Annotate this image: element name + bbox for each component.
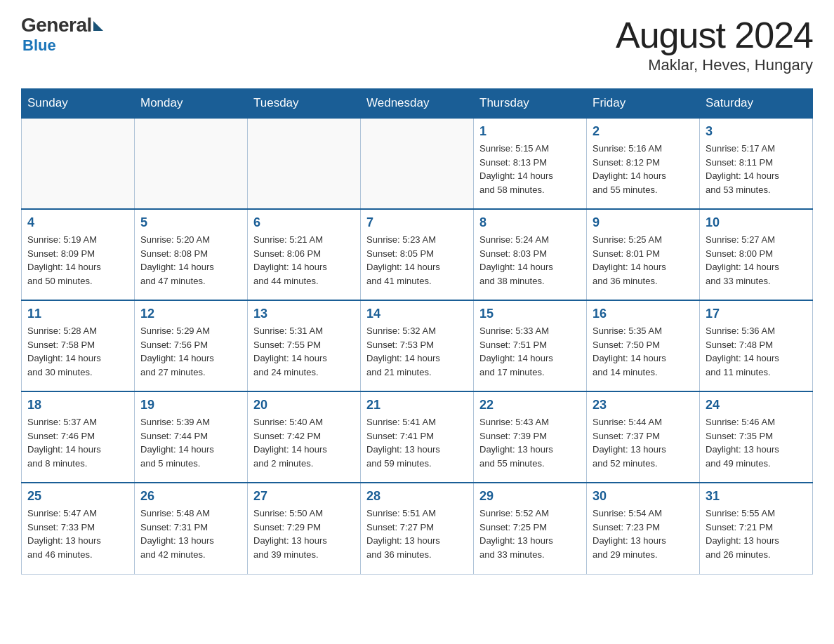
- calendar-cell: 24Sunrise: 5:46 AM Sunset: 7:35 PM Dayli…: [700, 391, 813, 483]
- logo-arrow-icon: [93, 21, 103, 31]
- calendar-cell: 25Sunrise: 5:47 AM Sunset: 7:33 PM Dayli…: [22, 483, 135, 574]
- day-info: Sunrise: 5:50 AM Sunset: 7:29 PM Dayligh…: [253, 507, 355, 561]
- calendar-cell: 5Sunrise: 5:20 AM Sunset: 8:08 PM Daylig…: [135, 209, 248, 300]
- day-number: 15: [479, 307, 581, 321]
- page-header: General Blue August 2024 Maklar, Heves, …: [21, 14, 813, 74]
- day-number: 7: [366, 215, 468, 230]
- calendar-cell: 2Sunrise: 5:16 AM Sunset: 8:12 PM Daylig…: [587, 118, 700, 209]
- calendar-week-row: 25Sunrise: 5:47 AM Sunset: 7:33 PM Dayli…: [22, 483, 813, 574]
- calendar-cell: 26Sunrise: 5:48 AM Sunset: 7:31 PM Dayli…: [135, 483, 248, 574]
- calendar-cell: 29Sunrise: 5:52 AM Sunset: 7:25 PM Dayli…: [474, 483, 587, 574]
- day-number: 14: [366, 307, 468, 321]
- calendar-table: SundayMondayTuesdayWednesdayThursdayFrid…: [21, 88, 813, 575]
- day-info: Sunrise: 5:24 AM Sunset: 8:03 PM Dayligh…: [479, 233, 581, 288]
- calendar-cell: 19Sunrise: 5:39 AM Sunset: 7:44 PM Dayli…: [135, 391, 248, 483]
- calendar-cell: 16Sunrise: 5:35 AM Sunset: 7:50 PM Dayli…: [587, 300, 700, 391]
- calendar-cell: 13Sunrise: 5:31 AM Sunset: 7:55 PM Dayli…: [248, 300, 361, 391]
- calendar-cell: 3Sunrise: 5:17 AM Sunset: 8:11 PM Daylig…: [700, 118, 813, 209]
- calendar-cell: [248, 118, 361, 209]
- calendar-cell: 30Sunrise: 5:54 AM Sunset: 7:23 PM Dayli…: [587, 483, 700, 574]
- day-info: Sunrise: 5:16 AM Sunset: 8:12 PM Dayligh…: [593, 142, 694, 196]
- month-year-title: August 2024: [616, 14, 813, 56]
- day-info: Sunrise: 5:54 AM Sunset: 7:23 PM Dayligh…: [593, 507, 694, 561]
- day-number: 30: [593, 489, 694, 504]
- day-info: Sunrise: 5:51 AM Sunset: 7:27 PM Dayligh…: [366, 507, 468, 561]
- calendar-cell: 10Sunrise: 5:27 AM Sunset: 8:00 PM Dayli…: [700, 209, 813, 300]
- day-info: Sunrise: 5:31 AM Sunset: 7:55 PM Dayligh…: [253, 324, 355, 379]
- calendar-cell: [135, 118, 248, 209]
- day-number: 10: [706, 215, 807, 230]
- calendar-cell: 7Sunrise: 5:23 AM Sunset: 8:05 PM Daylig…: [361, 209, 474, 300]
- logo: General Blue: [21, 14, 103, 55]
- day-info: Sunrise: 5:43 AM Sunset: 7:39 PM Dayligh…: [479, 415, 581, 470]
- calendar-header-row: SundayMondayTuesdayWednesdayThursdayFrid…: [22, 89, 813, 119]
- calendar-cell: 23Sunrise: 5:44 AM Sunset: 7:37 PM Dayli…: [587, 391, 700, 483]
- day-info: Sunrise: 5:29 AM Sunset: 7:56 PM Dayligh…: [140, 324, 241, 379]
- day-info: Sunrise: 5:19 AM Sunset: 8:09 PM Dayligh…: [27, 233, 128, 288]
- day-number: 29: [479, 489, 581, 504]
- calendar-week-row: 11Sunrise: 5:28 AM Sunset: 7:58 PM Dayli…: [22, 300, 813, 391]
- title-block: August 2024 Maklar, Heves, Hungary: [616, 14, 813, 74]
- day-info: Sunrise: 5:25 AM Sunset: 8:01 PM Dayligh…: [593, 233, 694, 288]
- calendar-week-row: 1Sunrise: 5:15 AM Sunset: 8:13 PM Daylig…: [22, 118, 813, 209]
- day-info: Sunrise: 5:46 AM Sunset: 7:35 PM Dayligh…: [706, 415, 807, 470]
- day-number: 20: [253, 398, 355, 412]
- day-number: 26: [140, 489, 241, 504]
- day-number: 21: [366, 398, 468, 412]
- day-number: 31: [706, 489, 807, 504]
- day-info: Sunrise: 5:35 AM Sunset: 7:50 PM Dayligh…: [593, 324, 694, 379]
- day-info: Sunrise: 5:47 AM Sunset: 7:33 PM Dayligh…: [27, 507, 128, 561]
- day-number: 27: [253, 489, 355, 504]
- calendar-cell: 27Sunrise: 5:50 AM Sunset: 7:29 PM Dayli…: [248, 483, 361, 574]
- calendar-cell: 9Sunrise: 5:25 AM Sunset: 8:01 PM Daylig…: [587, 209, 700, 300]
- day-info: Sunrise: 5:28 AM Sunset: 7:58 PM Dayligh…: [27, 324, 128, 379]
- day-info: Sunrise: 5:17 AM Sunset: 8:11 PM Dayligh…: [706, 142, 807, 196]
- day-number: 16: [593, 307, 694, 321]
- day-of-week-header: Friday: [587, 89, 700, 119]
- day-number: 5: [140, 215, 241, 230]
- calendar-cell: 12Sunrise: 5:29 AM Sunset: 7:56 PM Dayli…: [135, 300, 248, 391]
- day-info: Sunrise: 5:21 AM Sunset: 8:06 PM Dayligh…: [253, 233, 355, 288]
- day-info: Sunrise: 5:32 AM Sunset: 7:53 PM Dayligh…: [366, 324, 468, 379]
- calendar-cell: 22Sunrise: 5:43 AM Sunset: 7:39 PM Dayli…: [474, 391, 587, 483]
- calendar-cell: 17Sunrise: 5:36 AM Sunset: 7:48 PM Dayli…: [700, 300, 813, 391]
- day-info: Sunrise: 5:36 AM Sunset: 7:48 PM Dayligh…: [706, 324, 807, 379]
- day-number: 4: [27, 215, 128, 230]
- day-number: 1: [479, 124, 581, 139]
- calendar-cell: 28Sunrise: 5:51 AM Sunset: 7:27 PM Dayli…: [361, 483, 474, 574]
- day-info: Sunrise: 5:40 AM Sunset: 7:42 PM Dayligh…: [253, 415, 355, 470]
- calendar-cell: 14Sunrise: 5:32 AM Sunset: 7:53 PM Dayli…: [361, 300, 474, 391]
- day-number: 6: [253, 215, 355, 230]
- calendar-cell: 18Sunrise: 5:37 AM Sunset: 7:46 PM Dayli…: [22, 391, 135, 483]
- day-number: 23: [593, 398, 694, 412]
- calendar-cell: [22, 118, 135, 209]
- day-info: Sunrise: 5:27 AM Sunset: 8:00 PM Dayligh…: [706, 233, 807, 288]
- day-number: 9: [593, 215, 694, 230]
- day-of-week-header: Wednesday: [361, 89, 474, 119]
- calendar-cell: 6Sunrise: 5:21 AM Sunset: 8:06 PM Daylig…: [248, 209, 361, 300]
- day-info: Sunrise: 5:23 AM Sunset: 8:05 PM Dayligh…: [366, 233, 468, 288]
- logo-general-text: General: [21, 14, 92, 36]
- day-of-week-header: Tuesday: [248, 89, 361, 119]
- day-of-week-header: Thursday: [474, 89, 587, 119]
- calendar-cell: 20Sunrise: 5:40 AM Sunset: 7:42 PM Dayli…: [248, 391, 361, 483]
- calendar-cell: 15Sunrise: 5:33 AM Sunset: 7:51 PM Dayli…: [474, 300, 587, 391]
- day-info: Sunrise: 5:55 AM Sunset: 7:21 PM Dayligh…: [706, 507, 807, 561]
- day-info: Sunrise: 5:52 AM Sunset: 7:25 PM Dayligh…: [479, 507, 581, 561]
- calendar-cell: 11Sunrise: 5:28 AM Sunset: 7:58 PM Dayli…: [22, 300, 135, 391]
- calendar-cell: 31Sunrise: 5:55 AM Sunset: 7:21 PM Dayli…: [700, 483, 813, 574]
- day-number: 24: [706, 398, 807, 412]
- day-info: Sunrise: 5:39 AM Sunset: 7:44 PM Dayligh…: [140, 415, 241, 470]
- day-info: Sunrise: 5:37 AM Sunset: 7:46 PM Dayligh…: [27, 415, 128, 470]
- day-of-week-header: Sunday: [22, 89, 135, 119]
- day-number: 2: [593, 124, 694, 139]
- day-number: 17: [706, 307, 807, 321]
- day-of-week-header: Monday: [135, 89, 248, 119]
- day-number: 3: [706, 124, 807, 139]
- day-number: 8: [479, 215, 581, 230]
- logo-blue-text: Blue: [22, 36, 56, 55]
- calendar-week-row: 18Sunrise: 5:37 AM Sunset: 7:46 PM Dayli…: [22, 391, 813, 483]
- day-info: Sunrise: 5:44 AM Sunset: 7:37 PM Dayligh…: [593, 415, 694, 470]
- day-number: 19: [140, 398, 241, 412]
- calendar-cell: 21Sunrise: 5:41 AM Sunset: 7:41 PM Dayli…: [361, 391, 474, 483]
